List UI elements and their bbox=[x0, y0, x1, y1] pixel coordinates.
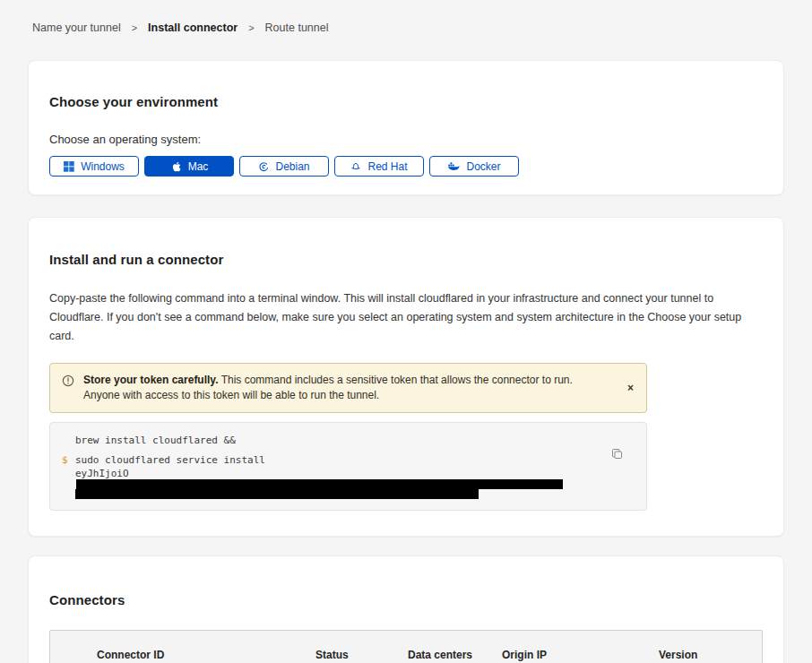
token-prefix: eyJhIjoiO bbox=[75, 468, 129, 479]
breadcrumb-separator: > bbox=[132, 22, 137, 33]
windows-icon bbox=[64, 161, 74, 172]
os-button-label: Red Hat bbox=[367, 160, 407, 173]
alert-circle-icon bbox=[62, 375, 74, 392]
install-instructions: Copy-paste the following command into a … bbox=[49, 289, 761, 346]
col-version: Version bbox=[659, 649, 753, 661]
col-connector-id: Connector ID bbox=[97, 649, 315, 661]
connectors-table-header: Connector ID Status Data centers Origin … bbox=[97, 649, 753, 661]
install-card-title: Install and run a connector bbox=[49, 252, 763, 267]
os-button-label: Mac bbox=[188, 160, 209, 173]
copy-icon[interactable] bbox=[609, 446, 625, 464]
os-button-label: Windows bbox=[81, 160, 125, 173]
install-connector-card: Install and run a connector Copy-paste t… bbox=[28, 217, 784, 537]
redacted-token-bar bbox=[75, 489, 479, 499]
code-line-1: brew install cloudflared && bbox=[50, 434, 610, 447]
code-line-2-text: sudo cloudflared service install bbox=[75, 454, 265, 466]
warning-title: Store your token carefully. bbox=[83, 374, 219, 386]
connectors-table: Connector ID Status Data centers Origin … bbox=[49, 630, 763, 663]
apple-icon bbox=[170, 160, 182, 173]
os-select-label: Choose an operating system: bbox=[49, 133, 763, 146]
connectors-card: Connectors Connector ID Status Data cent… bbox=[28, 555, 784, 663]
close-icon[interactable]: × bbox=[627, 382, 634, 394]
docker-whale-icon bbox=[447, 161, 460, 171]
breadcrumb-separator: > bbox=[248, 22, 254, 33]
code-token-line: eyJhIjoiO bbox=[50, 469, 610, 489]
breadcrumb: Name your tunnel > Install connector > R… bbox=[0, 0, 812, 34]
breadcrumb-route-tunnel[interactable]: Route tunnel bbox=[265, 22, 329, 34]
col-origin-ip: Origin IP bbox=[502, 649, 659, 661]
redacted-token-bar bbox=[76, 479, 563, 489]
code-line-2: $sudo cloudflared service install bbox=[50, 453, 610, 467]
col-data-centers: Data centers bbox=[408, 649, 502, 661]
shell-prompt: $ bbox=[62, 453, 68, 467]
os-button-debian[interactable]: Debian bbox=[239, 156, 329, 177]
debian-swirl-icon bbox=[258, 161, 269, 172]
redhat-icon bbox=[350, 161, 361, 172]
os-button-group: Windows Mac Debian Red Hat Docker bbox=[49, 156, 763, 177]
os-button-docker[interactable]: Docker bbox=[429, 156, 519, 177]
breadcrumb-name-your-tunnel[interactable]: Name your tunnel bbox=[32, 22, 121, 34]
os-button-label: Debian bbox=[275, 160, 309, 173]
os-button-redhat[interactable]: Red Hat bbox=[334, 156, 424, 177]
os-button-windows[interactable]: Windows bbox=[49, 156, 139, 177]
environment-card-title: Choose your environment bbox=[49, 94, 763, 109]
col-status: Status bbox=[315, 649, 408, 661]
connectors-card-title: Connectors bbox=[49, 592, 763, 607]
os-button-mac[interactable]: Mac bbox=[144, 156, 234, 177]
install-command-code-block: brew install cloudflared && $sudo cloudf… bbox=[49, 422, 647, 511]
token-warning-banner: Store your token carefully. This command… bbox=[49, 363, 647, 413]
os-button-label: Docker bbox=[466, 160, 500, 173]
breadcrumb-install-connector[interactable]: Install connector bbox=[148, 22, 238, 34]
environment-card: Choose your environment Choose an operat… bbox=[28, 60, 784, 195]
